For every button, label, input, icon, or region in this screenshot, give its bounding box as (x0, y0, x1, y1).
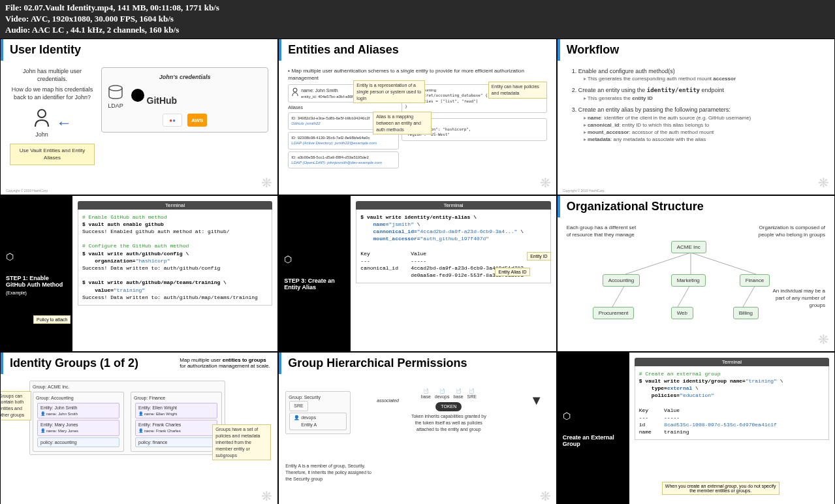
term-c2: # Configure the GitHub auth method (82, 242, 268, 249)
intro-text-2: How do we map his credentials back to an… (10, 86, 95, 102)
person-icon (33, 107, 51, 128)
assoc-label: associated (377, 398, 398, 404)
file-line: File: 02.07.Vault Identity.mp4, 141 MB, … (5, 3, 830, 14)
svg-line-7 (612, 284, 625, 307)
org-web: Web (671, 307, 693, 319)
terminal-header: Terminal (356, 201, 550, 210)
e1: Entity: John Smith (40, 405, 116, 411)
wf-item3b: canonical_id: entity ID to which this al… (584, 121, 825, 129)
bullet-text: ▪ Map multiple user authentication schem… (288, 67, 546, 82)
e4: Entity: Frank Charles (138, 422, 214, 428)
ldap-label: LDAP (107, 102, 124, 110)
wf-item3d: metadata: any metadata to associate with… (584, 136, 825, 143)
term-c1: # Create an external group (639, 370, 825, 377)
watermark-icon: ❋ (540, 488, 551, 504)
aws-logo: AWS (187, 114, 207, 127)
term-l6: $ vault write auth/github/map/teams/trai… (82, 279, 268, 286)
org-bill: Billing (733, 307, 759, 319)
alias2-src: LDAP (Active Directory): jsmith22@exampl… (291, 140, 396, 146)
slide-hierarchical-perms: Group Hierarchical Permissions Group: Se… (279, 353, 556, 504)
wf-item3: Create an entity alias by passing the fo… (578, 106, 731, 113)
group-acct: Group: Accounting (36, 395, 121, 402)
term-l2: type=external \ (639, 385, 825, 392)
slide-identity-groups: Identity Groups (1 of 2) Map multiple us… (1, 353, 277, 504)
ldap-db-icon (107, 85, 124, 99)
e2: Entity: Mary Jones (40, 422, 116, 428)
sre-item: SRE (289, 401, 307, 411)
intro-text-1: John has multiple user credentials. (10, 67, 95, 84)
step-title: STEP 3: Create an Entity Alias (284, 277, 345, 291)
groups-note2: Groups have a set of policies and metada… (212, 424, 271, 460)
term-l1: $ vault write identity/group name="train… (639, 377, 825, 385)
github-label: GitHub (147, 95, 178, 105)
ridv: 8cad535c-1008-097c-535c-6d970ea41c1f (664, 422, 777, 428)
watermark-icon: ❋ (261, 488, 272, 504)
hashicorp-icon: ▼ (530, 391, 543, 409)
right-note: Organization is composed of people who b… (753, 224, 825, 238)
groups-note1: Groups can contain both entities and oth… (1, 391, 31, 420)
hval: Value (664, 407, 680, 413)
entitya: Entity A (301, 421, 317, 428)
example-label: (Example) (6, 291, 67, 295)
alias-note: Alias is a mapping between an entity and… (373, 112, 432, 134)
alias3-src: LDAP (OpenLDAP): johnjosmith@dev-example… (291, 160, 396, 165)
group-fin: Group: Finance (134, 395, 219, 402)
term-c1: # Enable GitHub auth method (82, 213, 268, 221)
grp-security: Group: Security (289, 394, 347, 401)
slide-step3: ⬡ STEP 3: Create an Entity Alias Termina… (279, 196, 556, 351)
slide-workflow: Workflow Enable and configure auth metho… (558, 39, 834, 195)
hkey: Key (639, 407, 648, 413)
entity-note: Entity is a representation of a single p… (353, 80, 425, 103)
p1: policy: accounting (37, 437, 119, 448)
watermark-icon: ❋ (818, 332, 829, 347)
thumbnail-grid: User Identity John has multiple user cre… (0, 39, 835, 504)
slide-title: Identity Groups (1 of 2) (10, 356, 138, 370)
terminal-header: Terminal (78, 201, 272, 210)
alias2-id: ID: 92308b08-4139-35c6-7af2-8e98bfe64e0c (291, 135, 396, 140)
alias3-id: ID: a3b00e58-5cc1-d5a9-88f4-d53a5195de2 (291, 155, 396, 160)
org-acct: Accounting (603, 274, 640, 287)
org-mktg: Marketing (671, 274, 706, 287)
rid: id (639, 422, 646, 428)
term-l4: mount_accessor="auth_github_197f407d" (360, 235, 546, 242)
term-l8: Success! Data written to: auth/github/ma… (82, 294, 268, 301)
term-l3: policies="education" (639, 392, 825, 399)
slide-title: Organizational Structure (558, 196, 834, 217)
slide-title: User Identity (1, 39, 277, 61)
arrow-left-icon: ← (56, 112, 72, 134)
subtitle: Map multiple user entities to groups for… (180, 357, 271, 369)
external-group-note: When you create an external group, you d… (662, 482, 780, 495)
wf-item1a: This generates the corresponding auth me… (584, 75, 825, 82)
hkey: Key (360, 251, 370, 257)
org-acme: ACME Inc (671, 241, 706, 253)
step-title: Create an External Group (563, 434, 624, 447)
svg-line-8 (678, 284, 691, 307)
wf-item3c: mount_accessor: accessor of the auth met… (584, 129, 825, 136)
terminal-header: Terminal (635, 358, 829, 366)
r1k: canonical_id (360, 265, 398, 271)
cred-title: John's credentials (107, 73, 262, 82)
watermark-icon: ❋ (540, 175, 551, 191)
left-note: Each group has a different set of resour… (567, 224, 638, 238)
term-l1: $ vault auth enable github (82, 221, 268, 228)
workflow-list: Enable and configure auth method(s) This… (567, 67, 825, 144)
group-top: Group: ACME Inc. (33, 384, 222, 390)
svg-point-3 (293, 88, 297, 92)
slide-title: Entities and Aliases (279, 39, 556, 61)
wf-item1: Enable and configure auth method(s) (578, 68, 675, 74)
copyright: Copyright © 2019 HashiCorp (563, 189, 605, 193)
audio-line: Audio: AAC LC , 44.1 kHz, 2 channels, 16… (5, 25, 830, 36)
term-l3: cannonical_id="4ccad2bd-da9f-a23d-6cb9-3… (360, 228, 546, 235)
svg-point-0 (38, 110, 46, 118)
svg-line-4 (625, 253, 691, 274)
bottom-text: Entity A is a member of group, Security.… (285, 463, 377, 482)
svg-line-6 (691, 253, 756, 274)
term-l2: Success! Enabled github auth method at: … (82, 228, 268, 235)
john-label: John (33, 131, 51, 139)
term-l4: organization="hashicorp" (82, 257, 268, 264)
slide-org-structure: Organizational Structure Each group has … (558, 196, 834, 351)
gcp-logo: ●● (163, 114, 182, 127)
svg-point-1 (109, 86, 122, 91)
token-text: Token inherits capabilities granted by t… (409, 413, 488, 432)
p2: policy: finance (135, 437, 217, 448)
